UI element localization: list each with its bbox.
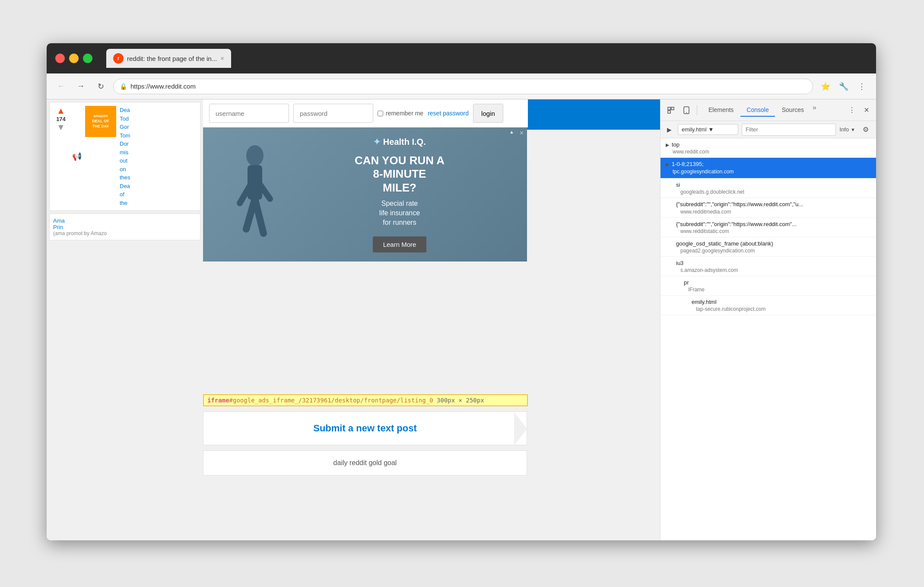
password-input[interactable] [293, 104, 373, 123]
expand-arrow-icon: ▶ [666, 162, 669, 167]
post-listing: ▲ 174 ▼ 📢 amazon DEAL OF THE DAY [47, 99, 203, 540]
content-area: get the best of reddit, enter yo SUBSCRI… [47, 99, 876, 540]
browser-tab[interactable]: r reddit: the front page of the in... × [106, 49, 231, 68]
browser-window: r reddit: the front page of the in... × … [47, 43, 876, 540]
close-window-button[interactable] [55, 54, 65, 63]
upvote-arrow-icon[interactable]: ▲ [57, 106, 65, 116]
daily-gold-bar: daily reddit gold goal [203, 450, 527, 475]
reddit-content-wrapper: get the best of reddit, enter yo SUBSCRI… [47, 99, 660, 540]
reddit-favicon: r [113, 53, 124, 64]
login-button[interactable]: login [473, 104, 503, 123]
post-card: ▲ 174 ▼ 📢 amazon DEAL OF THE DAY [49, 102, 200, 211]
address-bar[interactable]: 🔒 https://www.reddit.com [113, 79, 813, 94]
iframe-label: iframe#google_ads_iframe_/32173961/deskt… [203, 394, 528, 406]
context-selector[interactable]: emily.html ▼ [678, 124, 738, 135]
ad-close-icon[interactable]: × [520, 129, 524, 137]
tab-sources[interactable]: Sources [776, 104, 810, 117]
item-domain: s.amazon-adsystem.com [666, 267, 871, 273]
downvote-arrow-icon[interactable]: ▼ [57, 122, 65, 132]
back-button[interactable]: ← [54, 79, 68, 94]
amazon-product-post: Ama Prin (ama promot by Amazo [49, 214, 200, 240]
item-domain: IFrame [666, 287, 871, 293]
post-title: DeaTodGorTomDormisoutonthesDeaofthe [120, 106, 130, 207]
tab-elements[interactable]: Elements [702, 104, 740, 117]
expand-arrow-icon: ▶ [666, 142, 669, 147]
devtools-settings-icon[interactable]: ⚙ [859, 123, 873, 137]
ad-banner: ▲ × [203, 128, 527, 262]
minimize-window-button[interactable] [69, 54, 79, 63]
amazon-badge: amazon DEAL OF THE DAY [85, 106, 116, 137]
console-item[interactable]: {"subreddit":"","origin":"https://www.re… [660, 218, 876, 237]
devtools-close-button[interactable]: × [860, 104, 873, 116]
devtools-toolbar: Elements Console Sources » ⋮ × [660, 99, 876, 121]
console-item[interactable]: iu3 s.amazon-adsystem.com [660, 257, 876, 276]
lock-icon: 🔒 [120, 83, 127, 90]
reset-password-link[interactable]: reset password [428, 110, 469, 117]
svg-rect-6 [668, 107, 670, 110]
tab-close-button[interactable]: × [220, 55, 224, 62]
browser-toolbar: ← → ↻ 🔒 https://www.reddit.com ⭐ 🔧 ⋮ [47, 73, 876, 99]
browser-menu-icon[interactable]: ⋮ [854, 79, 869, 94]
devtools-tabs: Elements Console Sources » [702, 104, 816, 117]
svg-rect-7 [671, 107, 674, 110]
console-execute-button[interactable]: ▶ [664, 124, 674, 135]
toolbar-actions: ⭐ 🔧 ⋮ [818, 79, 869, 94]
console-item[interactable]: ▶1-0-8;21395; tpc.googlesyndication.com [660, 158, 876, 179]
title-bar: r reddit: the front page of the in... × [47, 43, 876, 73]
mobile-icon [683, 106, 690, 114]
inspect-element-button[interactable] [664, 103, 678, 117]
ad-subline: Special rate life insurance for runners [298, 199, 501, 228]
daily-gold-label: daily reddit gold goal [333, 459, 397, 467]
item-domain: pagead2.googlesyndication.com [666, 248, 871, 254]
speaker-icon: 📢 [72, 152, 82, 161]
device-toggle-button[interactable] [680, 103, 693, 117]
context-dropdown-arrow-icon: ▼ [708, 126, 714, 133]
forward-button[interactable]: → [73, 79, 88, 94]
tab-bar: r reddit: the front page of the in... × [106, 49, 231, 68]
url-text: https://www.reddit.com [130, 83, 807, 90]
iframe-dimensions: 300px × 250px [437, 397, 484, 404]
devtools-actions: ⋮ × [845, 103, 873, 117]
health-iq-logo: ✦ Health I.Q. [298, 137, 501, 147]
inspect-icon [667, 106, 675, 114]
submit-post-area[interactable]: Submit a new text post [203, 412, 527, 445]
console-item[interactable]: pr IFrame [660, 276, 876, 296]
remember-me-checkbox[interactable] [378, 111, 383, 116]
console-item[interactable]: si googleads.g.doubleclick.net [660, 179, 876, 198]
devtools-panel: Elements Console Sources » ⋮ × ▶ [660, 99, 876, 540]
info-level-selector[interactable]: Info ▼ [839, 126, 855, 133]
login-row: remember me reset password login [203, 99, 528, 128]
context-label: emily.html [682, 126, 707, 133]
console-filter-bar: ▶ emily.html ▼ Info ▼ ⚙ [660, 121, 876, 138]
post-content: amazon DEAL OF THE DAY DeaTodGorTomDormi… [85, 106, 130, 207]
traffic-lights [55, 54, 92, 63]
amazon-product-title: Ama Prin (ama promot by Amazo [53, 217, 107, 236]
bookmark-star-icon[interactable]: ⭐ [818, 79, 833, 94]
item-domain: www.reddit.com [666, 149, 871, 155]
svg-point-10 [686, 112, 687, 113]
item-domain: tpc.googlesyndication.com [666, 168, 871, 175]
console-filter-input[interactable] [742, 124, 836, 136]
maximize-window-button[interactable] [83, 54, 92, 63]
devtools-more-options-icon[interactable]: ⋮ [845, 103, 859, 117]
reload-button[interactable]: ↻ [93, 79, 108, 94]
console-item[interactable]: emily.html tap-secure.rubiconproject.com [660, 296, 876, 315]
iframe-tag: iframe [207, 397, 229, 404]
console-item[interactable]: ▶top www.reddit.com [660, 138, 876, 158]
toolbar-separator [697, 105, 697, 115]
console-item[interactable]: google_osd_static_frame (about:blank) pa… [660, 237, 876, 257]
learn-more-button[interactable]: Learn More [373, 236, 427, 252]
iframe-id: #google_ads_iframe_/32173961/desktop/fro… [229, 397, 433, 404]
extension-icon[interactable]: 🔧 [836, 79, 851, 94]
username-input[interactable] [209, 104, 289, 123]
item-domain: googleads.g.doubleclick.net [666, 189, 871, 195]
console-item[interactable]: {"subreddit":"","origin":"https://www.re… [660, 198, 876, 217]
more-tabs-button[interactable]: » [813, 104, 816, 117]
tab-console[interactable]: Console [740, 104, 775, 117]
vote-column: ▲ 174 ▼ [53, 106, 69, 207]
remember-me-label[interactable]: remember me [378, 110, 423, 117]
middle-section: remember me reset password login ▲ × [203, 99, 528, 540]
item-domain: www.redditstatic.com [666, 228, 871, 234]
info-dropdown-arrow-icon: ▼ [851, 127, 855, 132]
svg-point-0 [246, 145, 264, 166]
